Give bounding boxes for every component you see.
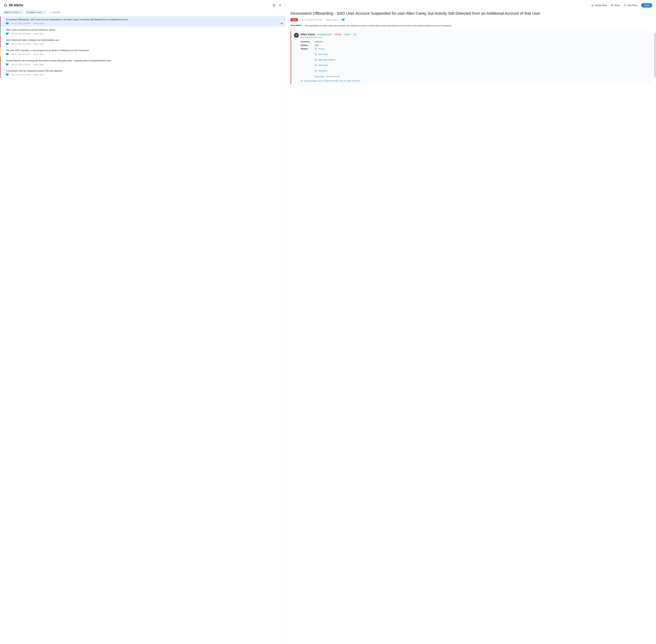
document-icon xyxy=(315,70,317,72)
document-icon xyxy=(315,48,317,50)
chevron-down-icon xyxy=(43,12,44,13)
alert-checkbox[interactable] xyxy=(2,39,4,41)
document-icon xyxy=(315,53,317,55)
target-link[interactable]: InLoop xyxy=(318,48,324,50)
similar-alerts-label: Similar Alerts xyxy=(595,4,607,6)
svg-point-18 xyxy=(296,34,297,36)
alert-date: Apr 19, 2022 10:37 AM xyxy=(12,74,30,76)
target-item: AppToApp software xyxy=(315,57,648,63)
alert-title: A connection from the suspicious service… xyxy=(6,69,62,72)
alert-item[interactable]: Allen Carey excessively accessed Salesfo… xyxy=(0,26,285,37)
similar-alerts-button[interactable]: Similar Alerts xyxy=(591,4,607,6)
divider: | xyxy=(10,53,10,55)
svg-point-4 xyxy=(281,23,282,24)
alert-meta: |Apr 19, 2022 11:39 AM|Status: Open xyxy=(6,64,283,66)
sort-button[interactable] xyxy=(279,4,282,7)
alert-checkbox[interactable] xyxy=(2,70,4,72)
svg-point-10 xyxy=(592,5,592,5)
alert-checkbox[interactable] xyxy=(2,19,4,21)
share-icon xyxy=(611,4,613,6)
divider: | xyxy=(300,19,300,21)
severity-badge: High xyxy=(291,18,298,21)
alert-meta: |Apr 19, 2022 10:03 AM|Status: Open xyxy=(6,32,283,35)
detail-meta: High | Apr 19, 2022 10:06 AM | Status: O… xyxy=(291,18,651,21)
entity-tag: privileged entity xyxy=(316,33,333,36)
show-more-link[interactable]: Show More xyxy=(315,75,325,77)
detail-title: Inconsistent Offboarding - SSO User Acco… xyxy=(291,11,651,16)
alerts-title: 58 Alerts xyxy=(9,3,23,7)
alert-meta: |Apr 19, 2022 10:37 AM|Status: Open xyxy=(6,74,283,76)
target-item: InLoop xyxy=(315,48,648,51)
gavel-icon xyxy=(624,4,626,6)
divider: | xyxy=(10,64,10,66)
entity-tag: no mfa xyxy=(334,33,342,36)
match-label: Match: xyxy=(4,11,11,14)
view-policy-button[interactable]: View Policy xyxy=(624,4,638,6)
avatar xyxy=(294,33,299,38)
alert-item[interactable]: Inconsistent Offboarding - SSO User Acco… xyxy=(0,16,285,26)
scrollbar[interactable] xyxy=(654,33,656,77)
target-item: JGR Retail xyxy=(315,63,648,68)
user-icon xyxy=(295,34,298,37)
detail-panel: Similar Alerts Share View Policy Close I… xyxy=(285,0,656,644)
salesforce-icon xyxy=(342,19,344,21)
svg-point-5 xyxy=(282,23,283,24)
binoculars-icon xyxy=(281,22,283,24)
salesforce-icon xyxy=(6,64,8,65)
close-button[interactable]: Close xyxy=(641,3,652,7)
svg-line-17 xyxy=(612,5,612,6)
match-filter[interactable]: Match: All filters xyxy=(3,10,23,15)
detail-date: Apr 19, 2022 10:06 AM xyxy=(302,19,322,21)
share-button[interactable]: Share xyxy=(611,4,620,6)
show-activities-link[interactable]: Show Activities: Apr 19, 2022 09:35 AM -… xyxy=(301,80,648,82)
alert-item[interactable]: Jerome Boynton set a sharing rule that s… xyxy=(0,57,285,68)
alert-checkbox[interactable] xyxy=(2,60,4,62)
alert-item[interactable]: Josh Hammond made a change to an adminis… xyxy=(0,37,285,47)
add-filter-button[interactable]: Add Filter xyxy=(48,10,62,15)
status-filter[interactable]: Status: Open xyxy=(25,10,46,15)
alert-status: Status: Open xyxy=(34,53,44,55)
actions-label: Actions: xyxy=(301,44,312,46)
alert-title: Josh Hammond made a change to an adminis… xyxy=(6,39,59,42)
accounts-label: Accounts: xyxy=(301,41,312,43)
alert-date: Apr 19, 2022 05:19 PM xyxy=(12,53,30,55)
add-filter-label: Add Filter xyxy=(52,11,61,14)
alert-item[interactable]: The user SFDC Sandbox_1 was assigned as … xyxy=(0,47,285,57)
divider: | xyxy=(31,32,32,35)
salesforce-icon xyxy=(6,53,8,55)
target-link[interactable]: JNetworks xyxy=(318,70,327,72)
entity-tag: admin xyxy=(343,33,351,36)
targets-label: Targets: xyxy=(301,48,312,50)
target-item: IGG Hotels xyxy=(315,51,648,57)
status-label: Status: xyxy=(29,11,36,14)
alert-meta: |Apr 19, 2022 05:19 PM|Status: Open xyxy=(6,43,283,45)
target-link[interactable]: JGR Retail xyxy=(318,64,328,66)
status-value: Open xyxy=(37,11,42,14)
document-icon xyxy=(315,59,317,61)
show-all-link[interactable]: Show All (+14) xyxy=(327,75,339,77)
target-link[interactable]: AppToApp software xyxy=(318,59,335,61)
alert-list[interactable]: Inconsistent Offboarding - SSO User Acco… xyxy=(0,16,285,644)
accounts-value: Unknown xyxy=(315,41,323,43)
alert-checkbox[interactable] xyxy=(2,49,4,51)
view-policy-label: View Policy xyxy=(627,4,638,6)
sort-icon xyxy=(279,4,282,7)
alert-date: Apr 19, 2022 10:03 AM xyxy=(12,32,30,35)
alerts-panel: 58 Alerts Match: All filters xyxy=(0,0,285,644)
group-button[interactable] xyxy=(272,4,276,7)
salesforce-icon xyxy=(6,43,8,45)
alert-item[interactable]: A connection from the suspicious service… xyxy=(0,68,285,78)
target-link[interactable]: IGG Hotels xyxy=(318,53,328,55)
bell-icon xyxy=(4,3,7,7)
external-link-icon xyxy=(301,80,303,82)
plus-icon xyxy=(49,11,51,14)
chevron-down-icon xyxy=(20,12,22,13)
divider: | xyxy=(31,22,32,24)
divider: | xyxy=(10,74,10,76)
status-icon xyxy=(27,11,29,14)
svg-rect-6 xyxy=(282,23,282,24)
alert-checkbox[interactable] xyxy=(2,29,4,31)
salesforce-icon xyxy=(6,23,8,24)
salesforce-icon xyxy=(6,33,8,34)
alert-title: Allen Carey excessively accessed Salesfo… xyxy=(6,28,56,31)
